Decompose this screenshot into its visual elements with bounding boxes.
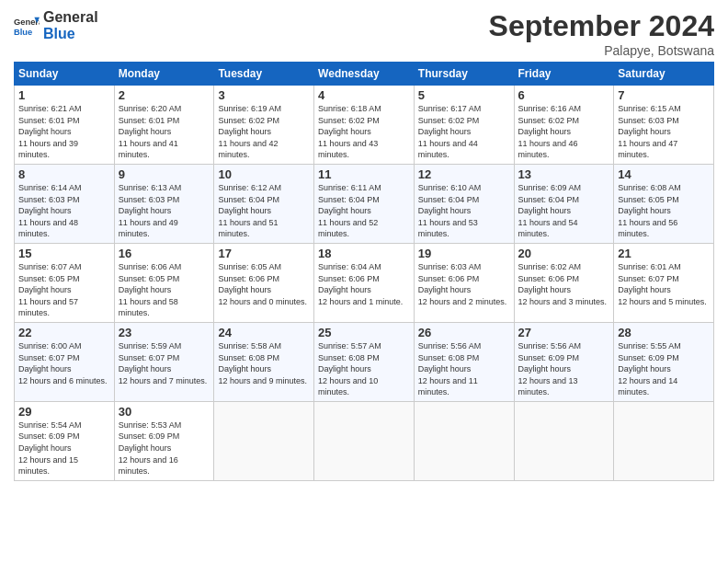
- cell-info: Sunrise: 5:59 AMSunset: 6:07 PMDaylight …: [119, 341, 208, 385]
- calendar-cell: 29Sunrise: 5:54 AMSunset: 6:09 PMDayligh…: [15, 401, 115, 480]
- day-number: 15: [18, 247, 110, 260]
- calendar-cell: 2Sunrise: 6:20 AMSunset: 6:01 PMDaylight…: [114, 86, 214, 165]
- logo-icon: General Blue: [14, 13, 40, 39]
- logo-blue: Blue: [43, 26, 98, 42]
- cell-info: Sunrise: 6:17 AMSunset: 6:02 PMDaylight …: [418, 104, 482, 159]
- day-number: 8: [18, 167, 110, 181]
- logo-general: General: [43, 9, 98, 26]
- cell-info: Sunrise: 6:10 AMSunset: 6:04 PMDaylight …: [418, 183, 482, 238]
- day-number: 13: [518, 167, 610, 181]
- calendar-cell: 10Sunrise: 6:12 AMSunset: 6:04 PMDayligh…: [214, 164, 314, 243]
- day-number: 24: [218, 326, 310, 339]
- header: General Blue General Blue September 2024…: [14, 9, 714, 58]
- calendar-cell: 16Sunrise: 6:06 AMSunset: 6:05 PMDayligh…: [114, 243, 214, 322]
- calendar-cell: 25Sunrise: 5:57 AMSunset: 6:08 PMDayligh…: [314, 322, 415, 401]
- day-number: 22: [18, 326, 110, 339]
- day-number: 5: [418, 88, 510, 102]
- col-sunday: Sunday: [15, 63, 115, 86]
- day-number: 10: [218, 167, 310, 181]
- calendar-cell: [314, 401, 415, 480]
- calendar-cell: 28Sunrise: 5:55 AMSunset: 6:09 PMDayligh…: [614, 322, 714, 401]
- cell-info: Sunrise: 6:06 AMSunset: 6:05 PMDaylight …: [119, 262, 182, 317]
- day-number: 26: [418, 326, 510, 339]
- cell-info: Sunrise: 6:15 AMSunset: 6:03 PMDaylight …: [618, 104, 681, 159]
- calendar-cell: [614, 401, 714, 480]
- day-number: 3: [218, 88, 310, 102]
- col-friday: Friday: [514, 63, 614, 86]
- calendar-week-4: 22Sunrise: 6:00 AMSunset: 6:07 PMDayligh…: [15, 322, 714, 401]
- calendar-cell: 17Sunrise: 6:05 AMSunset: 6:06 PMDayligh…: [214, 243, 314, 322]
- cell-info: Sunrise: 6:04 AMSunset: 6:06 PMDaylight …: [318, 262, 403, 306]
- day-number: 25: [318, 326, 410, 339]
- day-number: 27: [518, 326, 610, 339]
- calendar-header: Sunday Monday Tuesday Wednesday Thursday…: [15, 63, 714, 86]
- calendar-cell: 11Sunrise: 6:11 AMSunset: 6:04 PMDayligh…: [314, 164, 415, 243]
- col-tuesday: Tuesday: [214, 63, 314, 86]
- col-saturday: Saturday: [614, 63, 714, 86]
- calendar-cell: 1Sunrise: 6:21 AMSunset: 6:01 PMDaylight…: [15, 86, 115, 165]
- calendar-cell: 23Sunrise: 5:59 AMSunset: 6:07 PMDayligh…: [114, 322, 214, 401]
- calendar-cell: 19Sunrise: 6:03 AMSunset: 6:06 PMDayligh…: [414, 243, 514, 322]
- calendar-body: 1Sunrise: 6:21 AMSunset: 6:01 PMDaylight…: [15, 86, 714, 481]
- col-wednesday: Wednesday: [314, 63, 415, 86]
- day-number: 4: [318, 88, 410, 102]
- day-number: 17: [218, 247, 310, 260]
- day-number: 18: [318, 247, 410, 260]
- calendar-week-2: 8Sunrise: 6:14 AMSunset: 6:03 PMDaylight…: [15, 164, 714, 243]
- cell-info: Sunrise: 6:21 AMSunset: 6:01 PMDaylight …: [18, 104, 82, 159]
- cell-info: Sunrise: 6:13 AMSunset: 6:03 PMDaylight …: [119, 183, 182, 238]
- day-number: 28: [618, 326, 710, 339]
- day-number: 9: [119, 167, 210, 181]
- cell-info: Sunrise: 6:02 AMSunset: 6:06 PMDaylight …: [518, 262, 608, 306]
- day-number: 2: [119, 88, 210, 102]
- day-number: 29: [18, 405, 110, 419]
- calendar-cell: 20Sunrise: 6:02 AMSunset: 6:06 PMDayligh…: [514, 243, 614, 322]
- cell-info: Sunrise: 6:11 AMSunset: 6:04 PMDaylight …: [318, 183, 381, 238]
- svg-text:Blue: Blue: [14, 28, 32, 37]
- calendar-cell: 6Sunrise: 6:16 AMSunset: 6:02 PMDaylight…: [514, 86, 614, 165]
- day-number: 12: [418, 167, 510, 181]
- title-area: September 2024 Palapye, Botswana: [489, 9, 714, 58]
- calendar-cell: 7Sunrise: 6:15 AMSunset: 6:03 PMDaylight…: [614, 86, 714, 165]
- cell-info: Sunrise: 5:53 AMSunset: 6:09 PMDaylight …: [119, 420, 182, 476]
- day-number: 14: [618, 167, 710, 181]
- calendar-week-3: 15Sunrise: 6:07 AMSunset: 6:05 PMDayligh…: [15, 243, 714, 322]
- day-number: 20: [518, 247, 610, 260]
- cell-info: Sunrise: 6:08 AMSunset: 6:05 PMDaylight …: [618, 183, 681, 238]
- cell-info: Sunrise: 5:55 AMSunset: 6:09 PMDaylight …: [618, 341, 681, 396]
- calendar-cell: 24Sunrise: 5:58 AMSunset: 6:08 PMDayligh…: [214, 322, 314, 401]
- calendar-week-5: 29Sunrise: 5:54 AMSunset: 6:09 PMDayligh…: [15, 401, 714, 480]
- header-row: Sunday Monday Tuesday Wednesday Thursday…: [15, 63, 714, 86]
- calendar-cell: 30Sunrise: 5:53 AMSunset: 6:09 PMDayligh…: [114, 401, 214, 480]
- location: Palapye, Botswana: [489, 43, 714, 58]
- day-number: 11: [318, 167, 410, 181]
- calendar-cell: 9Sunrise: 6:13 AMSunset: 6:03 PMDaylight…: [114, 164, 214, 243]
- day-number: 21: [618, 247, 710, 260]
- calendar-cell: 18Sunrise: 6:04 AMSunset: 6:06 PMDayligh…: [314, 243, 415, 322]
- calendar-cell: 26Sunrise: 5:56 AMSunset: 6:08 PMDayligh…: [414, 322, 514, 401]
- day-number: 6: [518, 88, 610, 102]
- cell-info: Sunrise: 5:57 AMSunset: 6:08 PMDaylight …: [318, 341, 381, 396]
- calendar-cell: 5Sunrise: 6:17 AMSunset: 6:02 PMDaylight…: [414, 86, 514, 165]
- calendar-cell: 8Sunrise: 6:14 AMSunset: 6:03 PMDaylight…: [15, 164, 115, 243]
- calendar-cell: [514, 401, 614, 480]
- calendar-cell: [414, 401, 514, 480]
- cell-info: Sunrise: 6:19 AMSunset: 6:02 PMDaylight …: [218, 104, 281, 159]
- calendar-cell: 15Sunrise: 6:07 AMSunset: 6:05 PMDayligh…: [15, 243, 115, 322]
- cell-info: Sunrise: 5:54 AMSunset: 6:09 PMDaylight …: [18, 420, 82, 476]
- col-monday: Monday: [114, 63, 214, 86]
- cell-info: Sunrise: 6:18 AMSunset: 6:02 PMDaylight …: [318, 104, 381, 159]
- cell-info: Sunrise: 6:12 AMSunset: 6:04 PMDaylight …: [218, 183, 281, 238]
- cell-info: Sunrise: 5:58 AMSunset: 6:08 PMDaylight …: [218, 341, 307, 385]
- calendar-cell: 22Sunrise: 6:00 AMSunset: 6:07 PMDayligh…: [15, 322, 115, 401]
- day-number: 23: [119, 326, 210, 339]
- cell-info: Sunrise: 6:14 AMSunset: 6:03 PMDaylight …: [18, 183, 82, 238]
- cell-info: Sunrise: 6:00 AMSunset: 6:07 PMDaylight …: [18, 341, 108, 385]
- day-number: 1: [18, 88, 110, 102]
- month-title: September 2024: [489, 9, 714, 43]
- cell-info: Sunrise: 6:01 AMSunset: 6:07 PMDaylight …: [618, 262, 707, 306]
- calendar-container: General Blue General Blue September 2024…: [0, 0, 728, 490]
- cell-info: Sunrise: 6:05 AMSunset: 6:06 PMDaylight …: [218, 262, 307, 306]
- calendar-cell: 27Sunrise: 5:56 AMSunset: 6:09 PMDayligh…: [514, 322, 614, 401]
- day-number: 30: [119, 405, 210, 419]
